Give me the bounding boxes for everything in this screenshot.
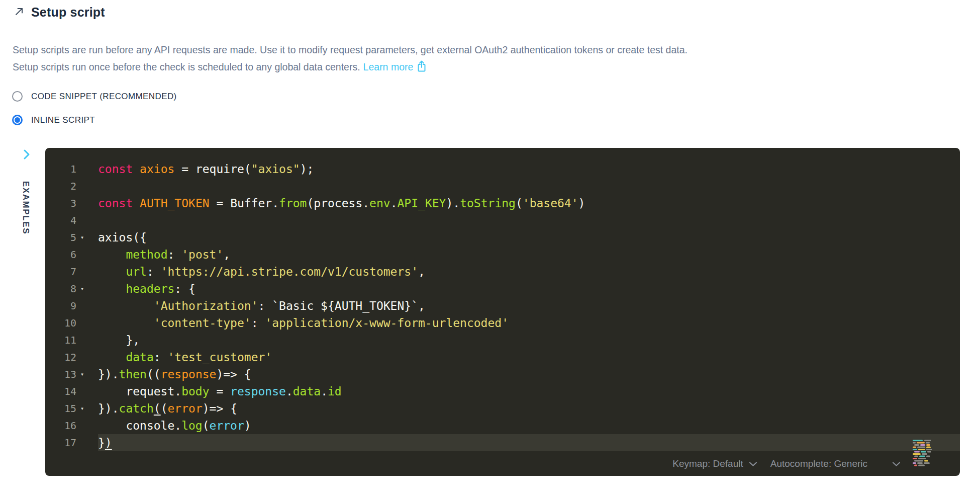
line-number: 12 bbox=[45, 349, 76, 366]
setup-script-header: Setup script bbox=[14, 5, 105, 20]
line-number: 1 bbox=[45, 160, 76, 178]
code-line-4: 4 bbox=[45, 212, 960, 229]
fold-arrow-icon[interactable]: ▾ bbox=[76, 400, 98, 417]
description-line-1: Setup scripts are run before any API req… bbox=[13, 44, 688, 55]
fold-gutter-spacer bbox=[76, 314, 98, 332]
code-line-10: 10 'content-type': 'application/x-www-fo… bbox=[45, 314, 960, 332]
line-number: 2 bbox=[45, 178, 76, 195]
fold-gutter-spacer bbox=[76, 349, 98, 366]
fold-gutter-spacer bbox=[76, 434, 98, 451]
code-line-text[interactable]: url: 'https://api.stripe.com/v1/customer… bbox=[98, 263, 960, 280]
line-number: 15 bbox=[45, 400, 76, 417]
code-line-text[interactable]: }, bbox=[98, 332, 960, 349]
line-number: 5 bbox=[45, 229, 76, 246]
code-line-text[interactable]: }).catch((error)=> { bbox=[98, 400, 960, 417]
line-number: 7 bbox=[45, 263, 76, 280]
code-line-8: 8▾ headers: { bbox=[45, 280, 960, 297]
autocomplete-label: Autocomplete: Generic bbox=[770, 458, 867, 469]
code-line-5: 5▾axios({ bbox=[45, 229, 960, 246]
code-line-text[interactable]: data: 'test_customer' bbox=[98, 349, 960, 366]
code-line-text[interactable] bbox=[98, 178, 960, 195]
radio-option-label: CODE SNIPPET (RECOMMENDED) bbox=[31, 92, 177, 102]
code-line-15: 15▾}).catch((error)=> { bbox=[45, 400, 960, 417]
fold-gutter-spacer bbox=[76, 212, 98, 229]
radio-selected-icon[interactable] bbox=[12, 115, 23, 125]
external-link-icon bbox=[417, 63, 427, 74]
line-number: 9 bbox=[45, 297, 76, 314]
code-line-11: 11 }, bbox=[45, 332, 960, 349]
code-line-14: 14 request.body = response.data.id bbox=[45, 383, 960, 400]
keymap-label: Keymap: Default bbox=[672, 458, 743, 469]
keymap-select[interactable]: Keymap: Default bbox=[672, 458, 757, 469]
code-lines[interactable]: 1const axios = require("axios");23const … bbox=[45, 160, 960, 451]
code-line-12: 12 data: 'test_customer' bbox=[45, 349, 960, 366]
fold-gutter-spacer bbox=[76, 297, 98, 314]
code-line-1: 1const axios = require("axios"); bbox=[45, 160, 960, 178]
fold-arrow-icon[interactable]: ▾ bbox=[76, 229, 98, 246]
line-number: 17 bbox=[45, 434, 76, 451]
code-line-text[interactable]: request.body = response.data.id bbox=[98, 383, 960, 400]
line-number: 4 bbox=[45, 212, 76, 229]
code-line-13: 13▾}).then((response)=> { bbox=[45, 366, 960, 383]
page-title: Setup script bbox=[31, 5, 105, 20]
code-line-text[interactable]: }).then((response)=> { bbox=[98, 366, 960, 383]
fold-gutter-spacer bbox=[76, 178, 98, 195]
autocomplete-select[interactable]: Autocomplete: Generic bbox=[770, 458, 901, 469]
code-line-text[interactable]: method: 'post', bbox=[98, 246, 960, 263]
anchor-arrow-icon[interactable] bbox=[14, 6, 25, 19]
line-number: 6 bbox=[45, 246, 76, 263]
code-line-text[interactable]: const axios = require("axios"); bbox=[98, 160, 960, 178]
fold-gutter-spacer bbox=[76, 332, 98, 349]
code-line-16: 16 console.log(error) bbox=[45, 417, 960, 434]
code-line-text[interactable]: console.log(error) bbox=[98, 417, 960, 434]
chevron-down-icon bbox=[743, 458, 757, 469]
code-line-text[interactable]: axios({ bbox=[98, 229, 960, 246]
line-number: 10 bbox=[45, 314, 76, 332]
script-type-radio-group: CODE SNIPPET (RECOMMENDED)INLINE SCRIPT bbox=[12, 91, 177, 125]
description-line-2: Setup scripts run once before the check … bbox=[13, 61, 360, 72]
fold-gutter-spacer bbox=[76, 383, 98, 400]
radio-option-label: INLINE SCRIPT bbox=[31, 115, 95, 125]
code-line-text[interactable]: const AUTH_TOKEN = Buffer.from(process.e… bbox=[98, 195, 960, 212]
line-number: 14 bbox=[45, 383, 76, 400]
fold-gutter-spacer bbox=[76, 246, 98, 263]
editor-statusbar: Keymap: Default Autocomplete: Generic bbox=[672, 458, 901, 469]
code-line-text[interactable]: 'content-type': 'application/x-www-form-… bbox=[98, 314, 960, 332]
fold-gutter-spacer bbox=[76, 263, 98, 280]
code-line-text[interactable]: }) bbox=[98, 434, 960, 451]
fold-gutter-spacer bbox=[76, 195, 98, 212]
line-number: 11 bbox=[45, 332, 76, 349]
line-number: 16 bbox=[45, 417, 76, 434]
examples-expand-chevron-icon[interactable] bbox=[22, 148, 31, 162]
radio-option-inline-script[interactable]: INLINE SCRIPT bbox=[12, 115, 177, 125]
line-number: 8 bbox=[45, 280, 76, 297]
chevron-down-icon bbox=[887, 458, 901, 469]
radio-unselected-icon[interactable] bbox=[12, 91, 23, 102]
code-line-9: 9 'Authorization': `Basic ${AUTH_TOKEN}`… bbox=[45, 297, 960, 314]
fold-arrow-icon[interactable]: ▾ bbox=[76, 366, 98, 383]
code-line-17: 17}) bbox=[45, 434, 960, 451]
code-line-text[interactable]: headers: { bbox=[98, 280, 960, 297]
fold-gutter-spacer bbox=[76, 417, 98, 434]
line-number: 3 bbox=[45, 195, 76, 212]
fold-gutter-spacer bbox=[76, 160, 98, 178]
learn-more-link[interactable]: Learn more bbox=[363, 61, 414, 72]
radio-option-code-snippet[interactable]: CODE SNIPPET (RECOMMENDED) bbox=[12, 91, 177, 102]
code-examples-icon bbox=[913, 440, 936, 469]
code-line-text[interactable] bbox=[98, 212, 960, 229]
examples-drawer-tab[interactable]: EXAMPLES bbox=[21, 175, 31, 240]
code-line-7: 7 url: 'https://api.stripe.com/v1/custom… bbox=[45, 263, 960, 280]
code-editor[interactable]: 1const axios = require("axios");23const … bbox=[45, 148, 960, 476]
code-line-2: 2 bbox=[45, 178, 960, 195]
fold-arrow-icon[interactable]: ▾ bbox=[76, 280, 98, 297]
code-line-3: 3const AUTH_TOKEN = Buffer.from(process.… bbox=[45, 195, 960, 212]
setup-script-description: Setup scripts are run before any API req… bbox=[13, 42, 688, 77]
code-line-text[interactable]: 'Authorization': `Basic ${AUTH_TOKEN}`, bbox=[98, 297, 960, 314]
line-number: 13 bbox=[45, 366, 76, 383]
code-line-6: 6 method: 'post', bbox=[45, 246, 960, 263]
